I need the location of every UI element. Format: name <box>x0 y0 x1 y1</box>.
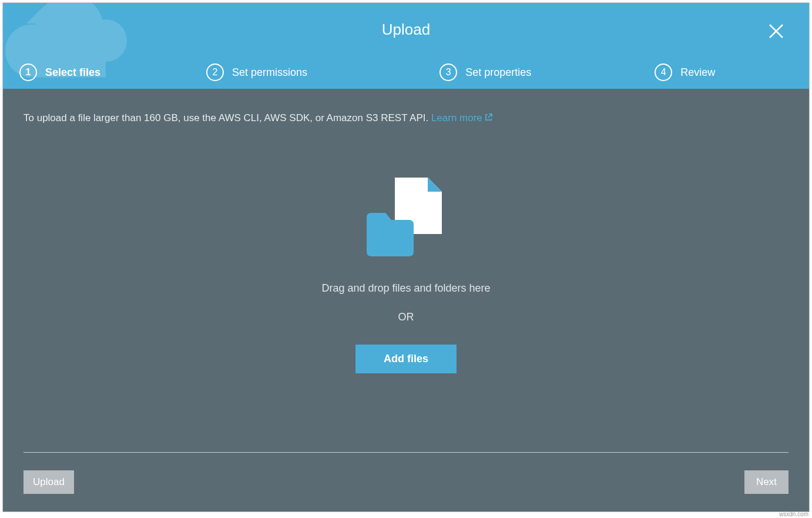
info-text: To upload a file larger than 160 GB, use… <box>24 112 431 123</box>
close-icon <box>768 23 784 39</box>
upload-size-info: To upload a file larger than 160 GB, use… <box>24 112 788 125</box>
external-link-icon <box>484 113 493 125</box>
learn-more-text: Learn more <box>431 112 482 123</box>
modal-header: Upload 1 Select files 2 Set permissions … <box>3 3 809 89</box>
modal-content: To upload a file larger than 160 GB, use… <box>3 89 809 385</box>
step-number: 3 <box>439 64 457 81</box>
step-label: Select files <box>45 66 100 79</box>
learn-more-link[interactable]: Learn more <box>431 112 493 123</box>
step-label: Set permissions <box>232 66 307 79</box>
file-dropzone[interactable]: Drag and drop files and folders here OR … <box>24 178 788 373</box>
wizard-steps: 1 Select files 2 Set permissions 3 Set p… <box>3 56 809 89</box>
step-set-permissions[interactable]: 2 Set permissions <box>206 64 307 81</box>
footer-divider <box>24 452 788 453</box>
step-label: Set properties <box>465 66 531 79</box>
footer-buttons: Upload Next <box>24 470 788 494</box>
folder-file-icon <box>362 178 450 260</box>
upload-button[interactable]: Upload <box>24 470 74 494</box>
title-row: Upload <box>3 3 809 56</box>
close-button[interactable] <box>766 21 787 42</box>
watermark-text: wsxdn.com <box>779 511 808 517</box>
add-files-button[interactable]: Add files <box>355 345 457 373</box>
upload-modal: Upload 1 Select files 2 Set permissions … <box>2 2 810 512</box>
step-label: Review <box>680 66 715 79</box>
drag-drop-text: Drag and drop files and folders here <box>321 282 490 295</box>
step-set-properties[interactable]: 3 Set properties <box>439 64 531 81</box>
step-select-files[interactable]: 1 Select files <box>19 64 100 81</box>
modal-title: Upload <box>382 21 430 39</box>
step-number: 1 <box>19 64 37 81</box>
or-separator: OR <box>398 311 414 323</box>
step-number: 4 <box>655 64 672 81</box>
modal-footer: Upload Next <box>3 452 809 512</box>
step-review[interactable]: 4 Review <box>655 64 715 81</box>
step-number: 2 <box>206 64 224 81</box>
next-button[interactable]: Next <box>744 470 788 494</box>
